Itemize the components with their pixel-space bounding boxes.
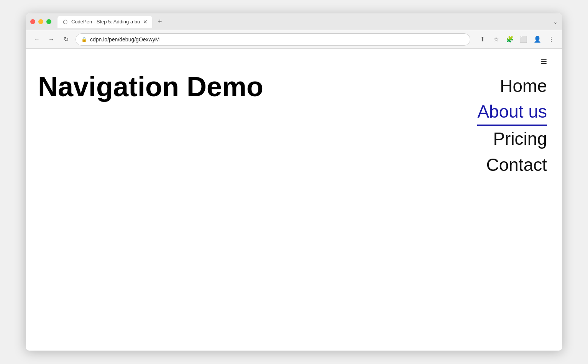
reload-button[interactable]: ↻ — [61, 34, 71, 44]
nav-item-about[interactable]: About us — [477, 99, 547, 126]
browser-window: ⬡ CodePen - Step 5: Adding a bu ✕ + ⌄ ← … — [26, 13, 562, 351]
more-icon[interactable]: ⋮ — [546, 34, 556, 44]
new-tab-button[interactable]: + — [154, 16, 165, 27]
tab-area: ⬡ CodePen - Step 5: Adding a bu ✕ + — [57, 16, 550, 28]
profile-icon[interactable]: 👤 — [532, 34, 542, 44]
url-text: cdpn.io/pen/debug/gOexwyM — [90, 36, 159, 43]
address-bar: ← → ↻ 🔒 cdpn.io/pen/debug/gOexwyM ⬆ ☆ 🧩 … — [26, 30, 562, 49]
chevron-down-icon[interactable]: ⌄ — [553, 19, 558, 25]
bookmark-icon[interactable]: ☆ — [491, 34, 501, 44]
nav-link-contact[interactable]: Contact — [486, 155, 547, 175]
active-tab[interactable]: ⬡ CodePen - Step 5: Adding a bu ✕ — [57, 16, 152, 28]
minimize-button[interactable] — [38, 19, 43, 24]
lock-icon: 🔒 — [81, 37, 87, 42]
page-content: Navigation Demo ≡ Home About us Pricing … — [26, 49, 562, 351]
page-title: Navigation Demo — [38, 72, 263, 102]
maximize-button[interactable] — [46, 19, 51, 24]
address-bar-icons: ⬆ ☆ 🧩 ⬜ 👤 ⋮ — [477, 34, 556, 44]
title-bar-right: ⌄ — [553, 19, 558, 25]
nav-item-contact[interactable]: Contact — [486, 152, 547, 178]
nav-link-home[interactable]: Home — [500, 76, 547, 96]
traffic-lights — [30, 19, 51, 24]
tab-title: CodePen - Step 5: Adding a bu — [71, 19, 140, 25]
reading-mode-icon[interactable]: ⬜ — [519, 34, 529, 44]
hamburger-icon[interactable]: ≡ — [541, 56, 547, 67]
nav-link-about[interactable]: About us — [477, 102, 547, 121]
nav-item-pricing[interactable]: Pricing — [493, 126, 547, 152]
codepen-icon: ⬡ — [62, 19, 68, 25]
nav-item-home[interactable]: Home — [500, 73, 547, 99]
extensions-icon[interactable]: 🧩 — [505, 34, 515, 44]
nav-link-pricing[interactable]: Pricing — [493, 129, 547, 149]
nav-list: Home About us Pricing Contact — [477, 73, 547, 178]
forward-button[interactable]: → — [46, 34, 56, 44]
address-input[interactable]: 🔒 cdpn.io/pen/debug/gOexwyM — [76, 33, 470, 46]
navigation-menu: ≡ Home About us Pricing Contact — [477, 56, 547, 178]
back-button[interactable]: ← — [32, 34, 42, 44]
share-icon[interactable]: ⬆ — [477, 34, 487, 44]
close-button[interactable] — [30, 19, 35, 24]
tab-close-button[interactable]: ✕ — [143, 19, 148, 25]
title-bar: ⬡ CodePen - Step 5: Adding a bu ✕ + ⌄ — [26, 13, 562, 30]
